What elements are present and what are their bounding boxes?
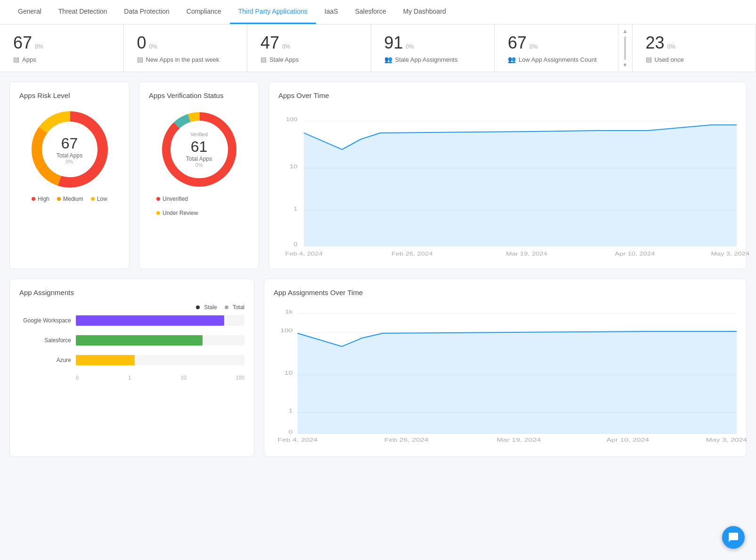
legend-under-review: Under Review [156, 210, 198, 216]
apps-icon: ▤ [13, 56, 19, 63]
bottom-cards-row: App Assignments Stale Total Google Works… [9, 279, 747, 457]
verify-total-number: 61 [186, 138, 212, 156]
verify-legend: Unverified Under Review [149, 196, 249, 216]
main-content: Apps Risk Level 67 Total Apps 0% [0, 72, 756, 466]
legend-total: Total [225, 304, 244, 311]
legend-low: Low [91, 196, 107, 202]
svg-text:Feb 26, 2024: Feb 26, 2024 [391, 251, 433, 257]
bar-x-axis: 0110100 [76, 375, 244, 380]
svg-text:10: 10 [290, 164, 298, 170]
tab-salesforce[interactable]: Salesforce [347, 0, 395, 24]
bar-label-salesforce: Salesforce [19, 337, 71, 344]
verify-total-pct: 0% [186, 162, 212, 168]
stats-bar: 67 0% ▤ Apps 0 0% ▤ New Apps in the past… [0, 25, 756, 72]
stat-low-app-assignments: 67 0% 👥 Low App Assignments Count [495, 25, 618, 72]
apps-over-time-title: Apps Over Time [278, 91, 737, 99]
tab-general[interactable]: General [9, 0, 50, 24]
svg-text:100: 100 [286, 116, 298, 123]
svg-text:Feb 4, 2024: Feb 4, 2024 [285, 251, 322, 257]
bar-row-salesforce: Salesforce [19, 335, 244, 346]
risk-total-label: Total Apps [57, 152, 82, 159]
verified-label-inner: Verified [186, 132, 212, 137]
svg-text:1: 1 [289, 408, 293, 413]
tab-data-protection[interactable]: Data Protection [115, 0, 178, 24]
tab-compliance[interactable]: Compliance [178, 0, 230, 24]
svg-text:Apr 10, 2024: Apr 10, 2024 [606, 437, 649, 443]
legend-stale: Stale [196, 304, 217, 311]
tab-third-party[interactable]: Third Party Applications [230, 0, 316, 24]
high-dot [32, 197, 35, 201]
svg-text:Apr 10, 2024: Apr 10, 2024 [615, 251, 655, 257]
assign-area-fill [298, 331, 737, 434]
tab-my-dashboard[interactable]: My Dashboard [395, 0, 455, 24]
risk-total-number: 67 [57, 135, 82, 152]
verify-card-title: Apps Verification Status [149, 91, 249, 99]
tab-iaas[interactable]: IaaS [316, 0, 347, 24]
stat-apps-number: 67 0% [13, 33, 110, 53]
medium-dot [57, 197, 61, 201]
legend-high: High [32, 196, 49, 202]
used-once-icon: ▤ [646, 56, 652, 63]
bar-track-azure [76, 355, 244, 365]
bar-label-azure: Azure [19, 357, 71, 363]
risk-card-title: Apps Risk Level [19, 91, 120, 99]
nav-tabs: General Threat Detection Data Protection… [0, 0, 756, 25]
scrollbar-track [624, 36, 626, 60]
bar-track-google [76, 315, 244, 326]
svg-text:Mar 19, 2024: Mar 19, 2024 [497, 437, 541, 443]
stale-assign-icon: 👥 [384, 56, 392, 63]
svg-text:May 3, 2024: May 3, 2024 [706, 437, 748, 443]
app-assignments-title: App Assignments [19, 288, 244, 296]
stat-stale-assignments: 91 0% 👥 Stale App Assignments [371, 25, 495, 72]
unverified-dot [156, 197, 160, 201]
scroll-up-arrow[interactable]: ▲ [620, 26, 630, 36]
svg-text:0: 0 [289, 429, 293, 435]
bar-track-salesforce [76, 335, 244, 346]
svg-text:10: 10 [285, 370, 293, 376]
stat-apps: 67 0% ▤ Apps [0, 25, 124, 72]
svg-text:1: 1 [293, 206, 297, 212]
app-assign-over-time-chart: 1k 100 10 1 0 Feb 4, 2024 Feb 26, 2024 M… [274, 304, 737, 445]
app-assignments-card: App Assignments Stale Total Google Works… [9, 279, 254, 457]
apps-over-time-card: Apps Over Time 100 10 1 0 Feb 4, 2024 Fe… [268, 82, 747, 269]
new-apps-icon: ▤ [137, 56, 143, 63]
top-cards-row: Apps Risk Level 67 Total Apps 0% [9, 82, 747, 269]
stat-stale-apps: 47 0% ▤ Stale Apps [247, 25, 371, 72]
bar-chart-area: Stale Total Google Workspace [19, 304, 244, 380]
bar-fill-azure [76, 355, 135, 365]
bar-row-google: Google Workspace [19, 315, 244, 326]
svg-text:100: 100 [280, 328, 293, 333]
area-fill [304, 125, 737, 246]
app-assign-over-time-title: App Assignments Over Time [274, 288, 737, 296]
verify-total-label: Total Apps [186, 156, 212, 162]
scroll-arrows[interactable]: ▲ ▼ [618, 25, 633, 72]
low-dot [91, 197, 95, 201]
bar-legend: Stale Total [19, 304, 244, 311]
bar-fill-salesforce [76, 335, 203, 346]
stat-used-once: 23 0% ▤ Used once [633, 25, 756, 72]
bar-label-google: Google Workspace [19, 317, 71, 324]
scroll-down-arrow[interactable]: ▼ [620, 60, 630, 70]
legend-unverified: Unverified [156, 196, 188, 202]
low-assign-icon: 👥 [508, 56, 516, 63]
svg-text:May 3, 2024: May 3, 2024 [711, 251, 750, 257]
svg-text:Feb 4, 2024: Feb 4, 2024 [277, 437, 317, 443]
risk-donut-container: 67 Total Apps 0% [19, 107, 120, 192]
apps-over-time-chart: 100 10 1 0 Feb 4, 2024 Feb 26, 2024 Mar … [278, 107, 737, 258]
stale-apps-icon: ▤ [260, 56, 267, 63]
apps-risk-card: Apps Risk Level 67 Total Apps 0% [9, 82, 130, 269]
risk-total-pct: 0% [57, 159, 82, 165]
under-review-dot [156, 211, 160, 215]
svg-text:1k: 1k [285, 309, 293, 314]
verify-donut-container: Verified 61 Total Apps 0% [149, 107, 249, 192]
bar-fill-google [76, 315, 224, 326]
legend-medium: Medium [57, 196, 83, 202]
apps-verify-card: Apps Verification Status Verified 61 Tot… [139, 82, 259, 269]
risk-legend: High Medium Low [19, 196, 120, 202]
app-assignments-over-time-card: App Assignments Over Time 1k 100 10 1 0 [264, 279, 747, 457]
stat-new-apps: 0 0% ▤ New Apps in the past week [124, 25, 248, 72]
tab-threat-detection[interactable]: Threat Detection [50, 0, 116, 24]
svg-text:Mar 19, 2024: Mar 19, 2024 [506, 251, 547, 257]
bar-row-azure: Azure [19, 355, 244, 365]
svg-text:0: 0 [293, 241, 297, 247]
